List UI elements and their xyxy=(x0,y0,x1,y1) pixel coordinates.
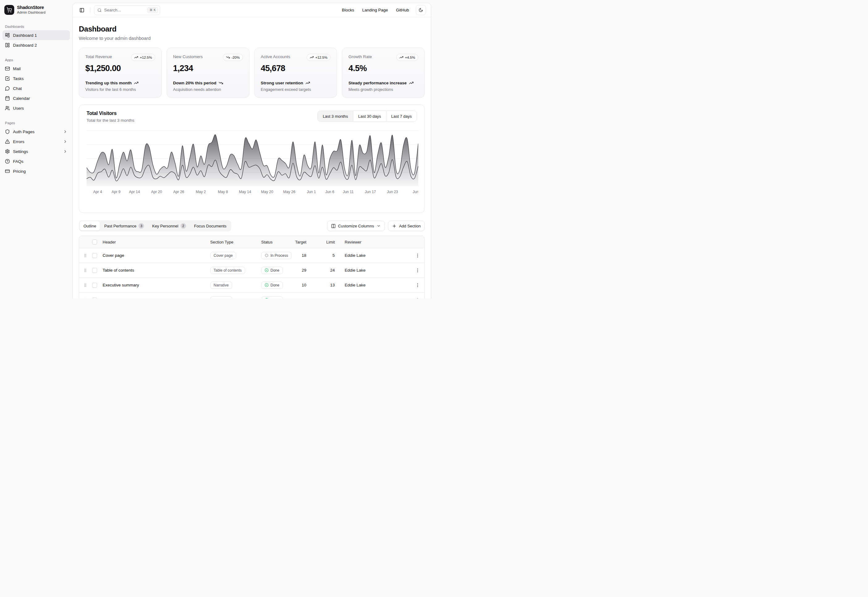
trending-up-icon xyxy=(134,81,138,85)
sidebar-header[interactable]: ShadcnStore Admin Dashboard xyxy=(3,3,70,17)
stat-card-total-revenue: Total Revenue+12.5%$1,250.00Trending up … xyxy=(79,48,162,98)
stat-footline: Trending up this month xyxy=(85,81,155,85)
search-box[interactable]: ⌘ K xyxy=(94,5,160,15)
top-link-blocks[interactable]: Blocks xyxy=(342,8,354,12)
sidebar-item-label: Users xyxy=(13,106,67,111)
svg-text:May 26: May 26 xyxy=(283,190,296,194)
grip-vertical-icon[interactable] xyxy=(80,268,91,273)
column-header-limit: Limit xyxy=(326,240,335,244)
status-text: Done xyxy=(271,298,279,299)
range-last-3-months[interactable]: Last 3 months xyxy=(318,111,353,122)
tab-label: Outline xyxy=(83,224,96,228)
grip-vertical-icon[interactable] xyxy=(80,283,91,287)
row-actions-button[interactable] xyxy=(412,253,424,258)
top-link-landing-page[interactable]: Landing Page xyxy=(362,8,388,12)
select-all-checkbox[interactable] xyxy=(92,239,97,244)
row-actions-button[interactable] xyxy=(412,283,424,288)
svg-text:May 14: May 14 xyxy=(239,190,251,194)
row-checkbox[interactable] xyxy=(92,283,97,288)
column-header-status: Status xyxy=(261,240,273,244)
customize-columns-button[interactable]: Customize Columns xyxy=(327,221,385,231)
stat-label: Active Accounts xyxy=(261,54,290,59)
svg-text:Jun 6: Jun 6 xyxy=(325,190,334,194)
sidebar-group-label: Apps xyxy=(3,57,70,63)
sidebar-item-settings[interactable]: Settings xyxy=(3,147,70,156)
sidebar-item-auth-pages[interactable]: Auth Pages xyxy=(3,127,70,137)
row-checkbox[interactable] xyxy=(92,253,97,258)
tab-count-badge: 2 xyxy=(181,223,186,229)
stat-trend-badge: +4.5% xyxy=(396,54,418,61)
tab-outline[interactable]: Outline xyxy=(80,221,100,230)
grip-vertical-icon[interactable] xyxy=(80,298,91,299)
sidebar-item-label: Dashboard 1 xyxy=(13,33,67,38)
row-header-text[interactable]: Executive summary xyxy=(103,283,139,287)
top-link-github[interactable]: GitHub xyxy=(396,8,409,12)
sidebar-toggle-button[interactable] xyxy=(77,6,86,15)
sidebar-item-errors[interactable]: Errors xyxy=(3,137,70,147)
limit-value[interactable]: 5 xyxy=(332,253,335,258)
target-value[interactable]: 29 xyxy=(302,268,306,273)
sidebar-item-label: Calendar xyxy=(13,96,67,101)
tab-focus-documents[interactable]: Focus Documents xyxy=(190,221,230,230)
status-badge: Done xyxy=(261,267,283,274)
section-tabs: OutlinePast Performance3Key Personnel2Fo… xyxy=(79,220,231,232)
sidebar-item-users[interactable]: Users xyxy=(3,103,70,113)
trending-up-icon xyxy=(310,55,314,59)
row-checkbox[interactable] xyxy=(92,268,97,273)
limit-value[interactable]: 23 xyxy=(330,298,335,298)
trending-up-icon xyxy=(399,55,403,59)
sidebar-nav: DashboardsDashboard 1Dashboard 2AppsMail… xyxy=(3,24,70,176)
row-checkbox[interactable] xyxy=(92,298,97,299)
grip-vertical-icon[interactable] xyxy=(80,253,91,258)
sidebar: ShadcnStore Admin Dashboard DashboardsDa… xyxy=(0,0,72,298)
range-last-7-days[interactable]: Last 7 days xyxy=(386,111,417,122)
stat-footnote: Meets growth projections xyxy=(348,87,418,92)
row-header-text[interactable]: Technical approach xyxy=(103,298,138,298)
target-value[interactable]: 27 xyxy=(302,298,306,298)
add-section-button[interactable]: Add Section xyxy=(388,221,425,231)
sidebar-item-dashboard-1[interactable]: Dashboard 1 xyxy=(3,30,70,40)
tab-count-badge: 3 xyxy=(138,223,144,229)
target-value[interactable]: 10 xyxy=(302,283,306,287)
status-badge: Done xyxy=(261,296,283,299)
sidebar-item-faqs[interactable]: FAQs xyxy=(3,156,70,166)
loader-icon xyxy=(265,253,269,257)
status-badge: Done xyxy=(261,282,283,289)
mail-icon xyxy=(5,66,10,71)
tab-past-performance[interactable]: Past Performance3 xyxy=(101,221,148,230)
stat-badge-value: +4.5% xyxy=(405,56,415,59)
row-actions-button[interactable] xyxy=(412,298,424,299)
stat-footline: Steady performance increase xyxy=(348,81,418,85)
stat-value: 1,234 xyxy=(173,64,243,73)
stat-card-growth-rate: Growth Rate+4.5%4.5%Steady performance i… xyxy=(342,48,425,98)
sidebar-item-label: Errors xyxy=(13,140,60,144)
column-header-section-type: Section Type xyxy=(210,240,233,244)
row-header-text[interactable]: Table of contents xyxy=(103,268,134,273)
range-last-30-days[interactable]: Last 30 days xyxy=(353,111,386,122)
tab-key-personnel[interactable]: Key Personnel2 xyxy=(149,221,190,230)
sidebar-item-mail[interactable]: Mail xyxy=(3,64,70,74)
area-chart: Apr 4Apr 9Apr 14Apr 20Apr 26May 2May 8Ma… xyxy=(86,128,417,196)
chevron-down-icon xyxy=(376,224,381,228)
sidebar-item-chat[interactable]: Chat xyxy=(3,83,70,93)
sidebar-item-label: Chat xyxy=(13,86,67,91)
stat-footnote: Visitors for the last 6 months xyxy=(85,87,155,92)
row-actions-button[interactable] xyxy=(412,268,424,273)
limit-value[interactable]: 13 xyxy=(330,283,335,287)
row-header-text[interactable]: Cover page xyxy=(103,253,124,258)
svg-text:Apr 20: Apr 20 xyxy=(151,190,162,194)
sidebar-item-calendar[interactable]: Calendar xyxy=(3,93,70,103)
sidebar-group-label: Pages xyxy=(3,120,70,126)
sidebar-item-dashboard-2[interactable]: Dashboard 2 xyxy=(3,40,70,50)
sidebar-item-label: FAQs xyxy=(13,159,67,164)
square-check-icon xyxy=(5,76,10,81)
theme-toggle-button[interactable] xyxy=(416,5,426,15)
limit-value[interactable]: 24 xyxy=(330,268,335,273)
sidebar-item-pricing[interactable]: Pricing xyxy=(3,166,70,176)
add-section-label: Add Section xyxy=(399,224,421,228)
sidebar-item-tasks[interactable]: Tasks xyxy=(3,74,70,83)
visitors-chart-card: Total Visitors Total for the last 3 mont… xyxy=(79,104,425,213)
target-value[interactable]: 18 xyxy=(302,253,306,258)
search-input[interactable] xyxy=(104,8,145,12)
svg-text:Apr 4: Apr 4 xyxy=(93,190,102,194)
